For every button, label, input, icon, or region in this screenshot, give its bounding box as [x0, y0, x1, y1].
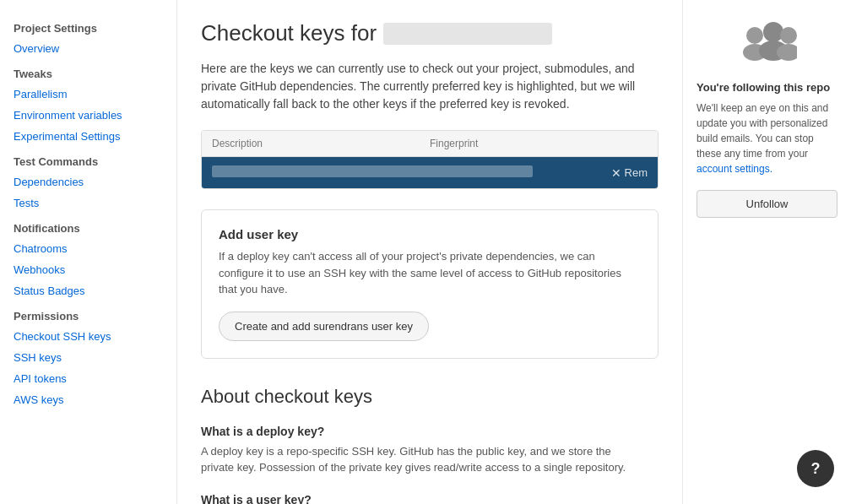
main-content: Checkout keys for Here are the keys we c… — [177, 0, 682, 504]
repo-name-redacted — [383, 23, 552, 45]
about-item-deploy-key: What is a deploy key? A deploy key is a … — [201, 425, 659, 476]
about-title: About checkout keys — [201, 386, 659, 408]
sidebar-item-dependencies[interactable]: Dependencies — [0, 171, 176, 192]
add-user-key-box: Add user key If a deploy key can't acces… — [201, 209, 659, 359]
remove-key-button[interactable]: ✕ Rem — [611, 166, 648, 180]
create-user-key-button[interactable]: Create and add surendrans user key — [219, 312, 429, 341]
sidebar-item-chatrooms[interactable]: Chatrooms — [0, 238, 176, 259]
sidebar-item-webhooks[interactable]: Webhooks — [0, 259, 176, 280]
sidebar-section-test-commands: Test Commands — [0, 147, 176, 171]
sidebar-item-tests[interactable]: Tests — [0, 192, 176, 214]
page-title: Checkout keys for — [201, 20, 659, 46]
sidebar-item-experimental[interactable]: Experimental Settings — [0, 126, 176, 147]
col-description: Description — [212, 138, 430, 149]
following-desc: We'll keep an eye on this and update you… — [697, 100, 837, 176]
help-button[interactable]: ? — [797, 450, 834, 487]
deploy-key-answer: A deploy key is a repo-specific SSH key.… — [201, 443, 640, 476]
keys-table-header: Description Fingerprint — [202, 131, 658, 157]
add-user-key-description: If a deploy key can't access all of your… — [219, 248, 641, 298]
keys-table-row: ✕ Rem — [202, 157, 658, 188]
account-settings-link[interactable]: account settings. — [697, 163, 772, 175]
keys-table: Description Fingerprint ✕ Rem — [201, 130, 659, 189]
about-section: About checkout keys What is a deploy key… — [201, 386, 659, 505]
about-item-user-key: What is a user key? — [201, 493, 659, 505]
sidebar-section-tweaks: Tweaks — [0, 59, 176, 84]
key-redacted — [212, 165, 533, 177]
sidebar-section-notifications: Notifications — [0, 214, 176, 238]
project-settings-title: Project Settings — [0, 14, 176, 38]
following-icon-container — [697, 20, 837, 71]
key-row-content — [212, 165, 611, 180]
remove-x-icon: ✕ — [611, 166, 621, 180]
following-icon — [738, 20, 797, 71]
right-sidebar: You're following this repo We'll keep an… — [682, 0, 851, 504]
sidebar-item-parallelism[interactable]: Parallelism — [0, 84, 176, 105]
svg-point-0 — [746, 27, 763, 44]
sidebar-item-aws-keys[interactable]: AWS keys — [0, 389, 176, 410]
sidebar-item-overview[interactable]: Overview — [0, 38, 176, 59]
sidebar-section-permissions: Permissions — [0, 301, 176, 326]
svg-point-4 — [780, 27, 797, 44]
description-text: Here are the keys we can currently use t… — [201, 60, 659, 113]
user-key-question: What is a user key? — [201, 493, 659, 505]
following-title: You're following this repo — [697, 81, 837, 94]
deploy-key-question: What is a deploy key? — [201, 425, 659, 438]
add-user-key-title: Add user key — [219, 227, 641, 241]
sidebar: Project Settings Overview Tweaks Paralle… — [0, 0, 177, 504]
svg-point-2 — [763, 22, 783, 42]
sidebar-item-env-vars[interactable]: Environment variables — [0, 105, 176, 126]
col-fingerprint: Fingerprint — [430, 138, 648, 149]
sidebar-item-status-badges[interactable]: Status Badges — [0, 280, 176, 301]
unfollow-button[interactable]: Unfollow — [697, 190, 837, 218]
sidebar-item-api-tokens[interactable]: API tokens — [0, 368, 176, 389]
sidebar-item-ssh-keys[interactable]: SSH keys — [0, 347, 176, 368]
sidebar-item-checkout-ssh-keys[interactable]: Checkout SSH keys — [0, 326, 176, 347]
